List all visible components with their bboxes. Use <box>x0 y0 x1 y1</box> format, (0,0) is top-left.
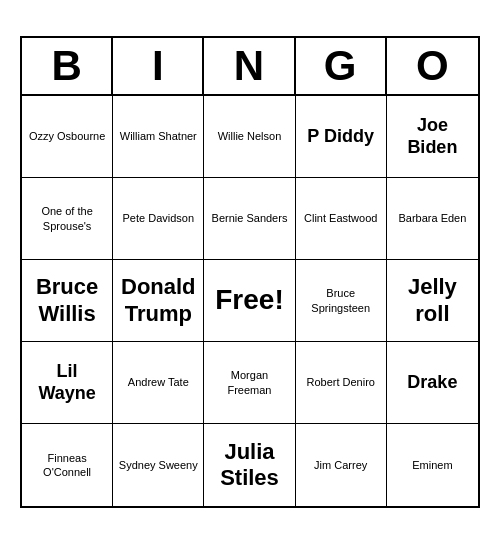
header-letter: I <box>113 38 204 94</box>
bingo-cell: Jim Carrey <box>296 424 387 506</box>
cell-label: Pete Davidson <box>123 211 195 225</box>
cell-label: Willie Nelson <box>218 129 282 143</box>
bingo-grid: Ozzy OsbourneWilliam ShatnerWillie Nelso… <box>22 96 478 506</box>
header-letter: B <box>22 38 113 94</box>
bingo-cell: Clint Eastwood <box>296 178 387 260</box>
header-letter: N <box>204 38 295 94</box>
cell-label: Lil Wayne <box>26 361 108 404</box>
cell-label: Jim Carrey <box>314 458 367 472</box>
cell-label: Bernie Sanders <box>212 211 288 225</box>
bingo-cell: Lil Wayne <box>22 342 113 424</box>
cell-label: Eminem <box>412 458 452 472</box>
cell-label: P Diddy <box>307 126 374 148</box>
cell-label: William Shatner <box>120 129 197 143</box>
bingo-cell: Sydney Sweeny <box>113 424 204 506</box>
cell-label: Barbara Eden <box>398 211 466 225</box>
cell-label: Morgan Freeman <box>208 368 290 397</box>
cell-label: Joe Biden <box>391 115 474 158</box>
bingo-cell: Donald Trump <box>113 260 204 342</box>
bingo-cell: William Shatner <box>113 96 204 178</box>
bingo-cell: Morgan Freeman <box>204 342 295 424</box>
header-letter: O <box>387 38 478 94</box>
bingo-cell: Joe Biden <box>387 96 478 178</box>
cell-label: Bruce Willis <box>26 274 108 327</box>
bingo-cell: Andrew Tate <box>113 342 204 424</box>
bingo-cell: Julia Stiles <box>204 424 295 506</box>
bingo-cell: Free! <box>204 260 295 342</box>
cell-label: Clint Eastwood <box>304 211 377 225</box>
cell-label: Andrew Tate <box>128 375 189 389</box>
bingo-header: BINGO <box>22 38 478 96</box>
cell-label: Bruce Springsteen <box>300 286 382 315</box>
cell-label: Ozzy Osbourne <box>29 129 105 143</box>
header-letter: G <box>296 38 387 94</box>
cell-label: Jelly roll <box>391 274 474 327</box>
bingo-cell: One of the Sprouse's <box>22 178 113 260</box>
cell-label: Julia Stiles <box>208 439 290 492</box>
bingo-cell: Finneas O'Connell <box>22 424 113 506</box>
bingo-card: BINGO Ozzy OsbourneWilliam ShatnerWillie… <box>20 36 480 508</box>
bingo-cell: Pete Davidson <box>113 178 204 260</box>
bingo-cell: Bernie Sanders <box>204 178 295 260</box>
bingo-cell: Ozzy Osbourne <box>22 96 113 178</box>
cell-label: Sydney Sweeny <box>119 458 198 472</box>
bingo-cell: Eminem <box>387 424 478 506</box>
cell-label: Drake <box>407 372 457 394</box>
bingo-cell: Willie Nelson <box>204 96 295 178</box>
cell-label: One of the Sprouse's <box>26 204 108 233</box>
cell-label: Finneas O'Connell <box>26 451 108 480</box>
cell-label: Robert Deniro <box>306 375 374 389</box>
bingo-cell: Barbara Eden <box>387 178 478 260</box>
bingo-cell: Bruce Springsteen <box>296 260 387 342</box>
bingo-cell: Robert Deniro <box>296 342 387 424</box>
cell-label: Free! <box>215 282 283 318</box>
bingo-cell: Drake <box>387 342 478 424</box>
cell-label: Donald Trump <box>117 274 199 327</box>
bingo-cell: Jelly roll <box>387 260 478 342</box>
bingo-cell: Bruce Willis <box>22 260 113 342</box>
bingo-cell: P Diddy <box>296 96 387 178</box>
